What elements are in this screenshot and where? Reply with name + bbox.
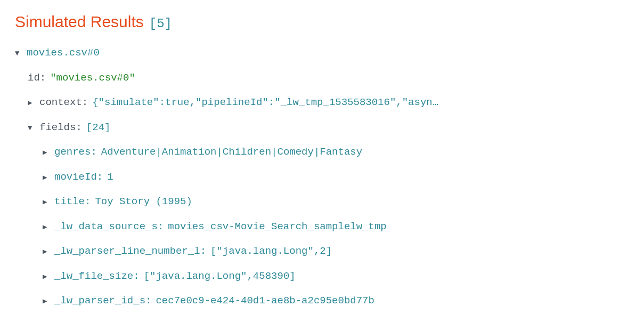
tree-row-field[interactable]: ▶_lw_file_size:["java.lang.Long",458390]	[15, 264, 629, 289]
disclosure-open-icon[interactable]: ▼	[28, 123, 35, 134]
tree-row-field[interactable]: ▶_lw_parser_id_s:cec7e0c9-e424-40d1-ae8b…	[15, 288, 629, 313]
fields-key: fields:	[39, 120, 82, 135]
field-key: _lw_parser_line_number_l:	[54, 244, 206, 259]
field-key: _lw_parser_id_s:	[54, 293, 151, 309]
tree-row-field[interactable]: ▶_lw_data_source_s:movies_csv-Movie_Sear…	[15, 214, 629, 239]
field-key: title:	[54, 194, 91, 210]
field-value: Adventure|Animation|Children|Comedy|Fant…	[101, 144, 362, 160]
disclosure-closed-icon[interactable]: ▶	[43, 147, 50, 158]
results-tree: ▼ movies.csv#0 id: "movies.csv#0" ▶ cont…	[15, 41, 629, 313]
id-value: "movies.csv#0"	[50, 70, 135, 86]
disclosure-closed-icon[interactable]: ▶	[43, 222, 50, 233]
field-value: movies_csv-Movie_Search_samplelw_tmp	[168, 219, 386, 235]
disclosure-closed-icon[interactable]: ▶	[43, 296, 50, 307]
tree-row-field[interactable]: ▶genres:Adventure|Animation|Children|Com…	[15, 140, 629, 165]
tree-row-result[interactable]: ▼ movies.csv#0	[15, 41, 629, 66]
section-heading: Simulated Results [5]	[15, 13, 629, 31]
field-key: _lw_data_source_s:	[54, 219, 164, 235]
field-value: ["java.lang.Long",2]	[210, 244, 332, 259]
tree-row-context[interactable]: ▶ context: {"simulate":true,"pipelineId"…	[15, 90, 629, 115]
disclosure-closed-icon[interactable]: ▶	[43, 271, 50, 283]
field-value: Toy Story (1995)	[95, 194, 192, 210]
result-label: movies.csv#0	[27, 45, 100, 61]
field-key: movieId:	[54, 170, 103, 185]
id-key: id:	[28, 70, 46, 86]
disclosure-closed-icon[interactable]: ▶	[43, 172, 50, 183]
disclosure-closed-icon[interactable]: ▶	[43, 197, 50, 208]
fields-container: ▶genres:Adventure|Animation|Children|Com…	[15, 140, 629, 313]
field-key: genres:	[54, 144, 97, 160]
heading-title: Simulated Results	[15, 13, 144, 31]
disclosure-closed-icon[interactable]: ▶	[43, 246, 50, 257]
field-value: cec7e0c9-e424-40d1-ae8b-a2c95e0bd77b	[156, 293, 374, 309]
context-key: context:	[39, 95, 88, 110]
field-value: ["java.lang.Long",458390]	[144, 269, 296, 284]
context-preview: {"simulate":true,"pipelineId":"_lw_tmp_1…	[92, 95, 438, 110]
tree-row-fields[interactable]: ▼ fields: [24]	[15, 115, 629, 140]
heading-count: [5]	[149, 17, 172, 31]
disclosure-open-icon[interactable]: ▼	[15, 48, 22, 59]
tree-row-field[interactable]: ▶movieId:1	[15, 165, 629, 190]
disclosure-closed-icon[interactable]: ▶	[28, 98, 35, 109]
tree-row-field[interactable]: ▶_lw_parser_line_number_l:["java.lang.Lo…	[15, 239, 629, 264]
field-value: 1	[107, 170, 113, 185]
field-key: _lw_file_size:	[54, 269, 140, 284]
tree-row-field[interactable]: ▶title:Toy Story (1995)	[15, 189, 629, 214]
fields-count: [24]	[86, 120, 111, 135]
tree-row-id: id: "movies.csv#0"	[15, 66, 629, 91]
